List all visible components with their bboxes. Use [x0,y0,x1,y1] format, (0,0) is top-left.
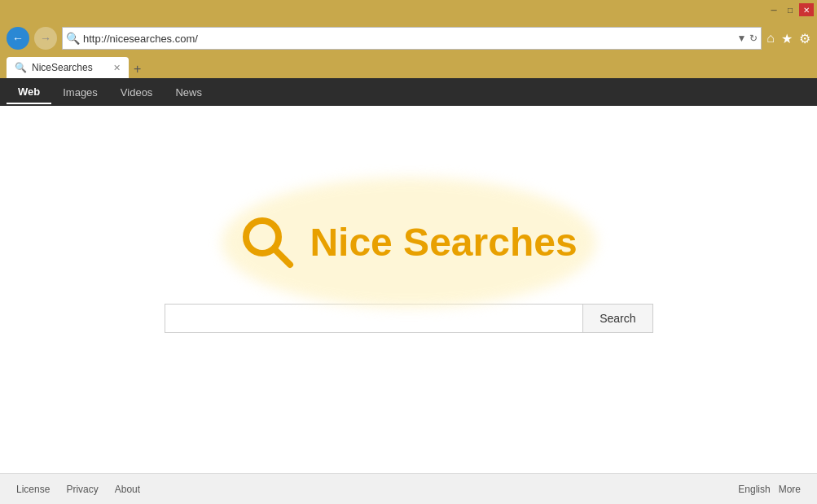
footer-about-link[interactable]: About [115,484,140,495]
forward-button[interactable]: → [34,27,57,50]
search-box-container: Search [165,304,653,333]
search-button[interactable]: Search [582,304,652,333]
tab-strip: 🔍 NiceSearches ✕ + [0,57,817,78]
address-refresh-button[interactable]: ↻ [749,33,758,44]
footer-license-link[interactable]: License [16,484,50,495]
nav-tab-web[interactable]: Web [7,81,51,104]
browser-tab[interactable]: 🔍 NiceSearches ✕ [7,57,129,78]
back-button[interactable]: ← [7,27,29,50]
logo-area: Nice Searches [239,214,577,271]
tab-favicon: 🔍 [15,62,27,73]
address-input[interactable] [83,33,733,45]
search-input[interactable] [165,304,583,333]
nav-tabs-bar: Web Images Videos News [0,78,817,106]
settings-icon-button[interactable]: ⚙ [799,31,810,46]
footer-privacy-link[interactable]: Privacy [66,484,98,495]
nav-tab-news[interactable]: News [164,81,213,103]
address-icon: 🔍 [66,32,80,45]
logo-magnifier-icon [239,214,296,271]
logo-content: Nice Searches [239,214,577,271]
home-icon-button[interactable]: ⌂ [766,31,775,46]
close-button[interactable]: ✕ [799,3,814,16]
title-bar: ─ □ ✕ [0,0,817,20]
main-content: Nice Searches Search [0,106,817,473]
tab-close-button[interactable]: ✕ [113,63,121,73]
favorites-icon-button[interactable]: ★ [781,31,793,46]
svg-line-1 [275,249,290,265]
footer-left: License Privacy About [16,484,140,495]
tab-title: NiceSearches [32,62,93,73]
footer: License Privacy About English More [0,473,817,504]
footer-right: English More [738,484,801,495]
nav-tab-images[interactable]: Images [51,81,109,103]
logo-text: Nice Searches [310,220,577,265]
footer-language: English [738,484,770,495]
nav-tab-videos[interactable]: Videos [109,81,165,103]
window-chrome: ─ □ ✕ ← → 🔍 ▼ ↻ ⌂ ★ ⚙ 🔍 NiceSearches ✕ [0,0,817,78]
address-bar-container: 🔍 ▼ ↻ [62,27,762,50]
footer-more-link[interactable]: More [779,484,801,495]
address-bar-row: ← → 🔍 ▼ ↻ ⌂ ★ ⚙ [0,20,817,57]
new-tab-button[interactable]: + [129,62,146,77]
toolbar-icons: ⌂ ★ ⚙ [766,31,810,46]
address-search-button[interactable]: ▼ [736,33,746,44]
minimize-button[interactable]: ─ [766,3,781,16]
maximize-button[interactable]: □ [783,3,797,16]
